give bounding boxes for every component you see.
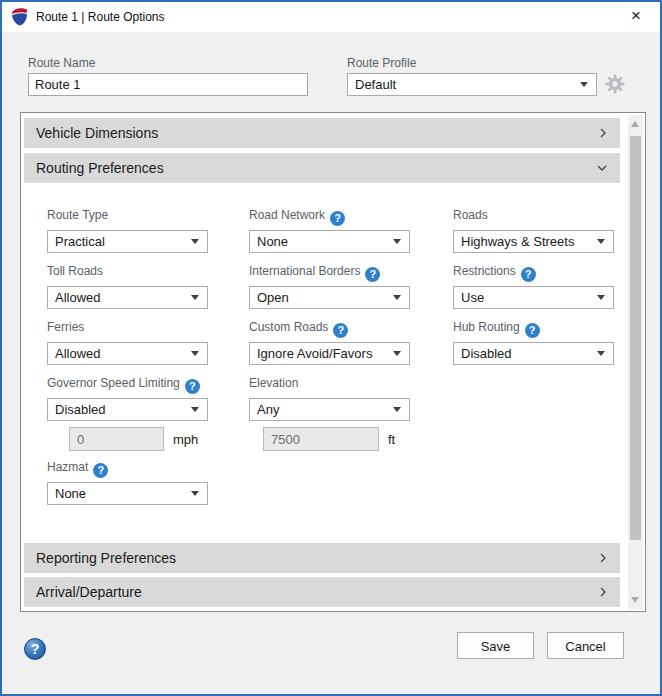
field-international-borders: International Borders? Open [249, 264, 410, 309]
governor-speed-limiting-label: Governor Speed Limiting [47, 376, 180, 390]
toll-roads-value: Allowed [55, 290, 101, 305]
field-ferries: Ferries Allowed [47, 320, 208, 365]
field-restrictions: Restrictions? Use [453, 264, 614, 309]
help-icon[interactable]: ? [330, 211, 345, 226]
dropdown-arrow-icon [191, 239, 199, 244]
dropdown-arrow-icon [393, 295, 401, 300]
dropdown-arrow-icon [393, 407, 401, 412]
custom-roads-label: Custom Roads [249, 320, 328, 334]
dropdown-arrow-icon [597, 351, 605, 356]
chevron-right-icon [598, 586, 608, 598]
chevron-right-icon [598, 127, 608, 139]
scrollbar[interactable] [628, 115, 643, 609]
road-network-label: Road Network [249, 208, 325, 222]
field-road-network: Road Network? None [249, 208, 410, 253]
restrictions-label: Restrictions [453, 264, 516, 278]
hub-routing-value: Disabled [461, 346, 512, 361]
dropdown-arrow-icon [191, 407, 199, 412]
governor-speed-limiting-value: Disabled [55, 402, 106, 417]
field-toll-roads: Toll Roads Allowed [47, 264, 208, 309]
section-arrival-departure[interactable]: Arrival/Departure [24, 577, 620, 607]
help-icon[interactable]: ? [525, 323, 540, 338]
elevation-value: Any [257, 402, 279, 417]
help-icon[interactable]: ? [521, 267, 536, 282]
section-routing-preferences[interactable]: Routing Preferences [24, 153, 620, 183]
field-elevation: Elevation Any ft [249, 376, 429, 451]
route-profile-value: Default [355, 77, 396, 92]
road-network-value: None [257, 234, 288, 249]
international-borders-select[interactable]: Open [249, 286, 410, 309]
app-shield-icon [10, 7, 30, 27]
chevron-right-icon [598, 552, 608, 564]
roads-value: Highways & Streets [461, 234, 574, 249]
dropdown-arrow-icon [191, 351, 199, 356]
section-label: Reporting Preferences [36, 550, 176, 566]
elevation-unit-label: ft [388, 432, 395, 447]
ferries-value: Allowed [55, 346, 101, 361]
field-route-type: Route Type Practical [47, 208, 208, 253]
section-reporting-preferences[interactable]: Reporting Preferences [24, 543, 620, 573]
help-icon[interactable]: ? [93, 463, 108, 478]
road-network-select[interactable]: None [249, 230, 410, 253]
scroll-down-icon[interactable] [628, 592, 643, 607]
window-title: Route 1 | Route Options [36, 2, 165, 32]
toll-roads-select[interactable]: Allowed [47, 286, 208, 309]
dropdown-arrow-icon [191, 295, 199, 300]
save-button[interactable]: Save [457, 632, 534, 659]
field-custom-roads: Custom Roads? Ignore Avoid/Favors [249, 320, 410, 365]
dropdown-arrow-icon [597, 239, 605, 244]
hub-routing-label: Hub Routing [453, 320, 520, 334]
scroll-up-icon[interactable] [628, 117, 643, 132]
help-icon[interactable]: ? [185, 379, 200, 394]
route-type-value: Practical [55, 234, 105, 249]
international-borders-value: Open [257, 290, 289, 305]
dropdown-arrow-icon [580, 82, 588, 87]
restrictions-value: Use [461, 290, 484, 305]
dialog-help-icon[interactable]: ? [24, 638, 46, 660]
route-name-label: Route Name [28, 56, 95, 70]
field-roads: Roads Highways & Streets [453, 208, 614, 253]
section-label: Routing Preferences [36, 160, 164, 176]
dropdown-arrow-icon [191, 491, 199, 496]
section-label: Vehicle Dimensions [36, 125, 158, 141]
roads-label: Roads [453, 208, 488, 222]
route-type-select[interactable]: Practical [47, 230, 208, 253]
cancel-button[interactable]: Cancel [547, 632, 624, 659]
section-vehicle-dimensions[interactable]: Vehicle Dimensions [24, 118, 620, 148]
international-borders-label: International Borders [249, 264, 360, 278]
route-profile-label: Route Profile [347, 56, 416, 70]
field-hazmat: Hazmat? None [47, 460, 208, 505]
profile-settings-gear-icon[interactable] [603, 72, 627, 96]
route-type-label: Route Type [47, 208, 108, 222]
toll-roads-label: Toll Roads [47, 264, 103, 278]
speed-unit-label: mph [173, 432, 198, 447]
restrictions-select[interactable]: Use [453, 286, 614, 309]
scrollbar-thumb[interactable] [630, 136, 641, 540]
route-options-dialog: Route 1 | Route Options × Route Name Rou… [0, 0, 662, 696]
close-icon[interactable]: × [622, 2, 650, 30]
hub-routing-select[interactable]: Disabled [453, 342, 614, 365]
governor-speed-limiting-select[interactable]: Disabled [47, 398, 208, 421]
chevron-down-icon [596, 163, 608, 173]
ferries-label: Ferries [47, 320, 84, 334]
field-governor-speed-limiting: Governor Speed Limiting? Disabled mph [47, 376, 227, 451]
elevation-label: Elevation [249, 376, 298, 390]
options-panel: Vehicle Dimensions Routing Preferences R… [20, 112, 646, 612]
hazmat-value: None [55, 486, 86, 501]
elevation-limit-input [263, 427, 379, 451]
ferries-select[interactable]: Allowed [47, 342, 208, 365]
help-icon[interactable]: ? [365, 267, 380, 282]
section-label: Arrival/Departure [36, 584, 142, 600]
elevation-select[interactable]: Any [249, 398, 410, 421]
field-hub-routing: Hub Routing? Disabled [453, 320, 614, 365]
titlebar: Route 1 | Route Options × [2, 2, 660, 32]
help-icon[interactable]: ? [333, 323, 348, 338]
dropdown-arrow-icon [393, 351, 401, 356]
route-profile-select[interactable]: Default [347, 73, 597, 96]
route-name-input[interactable] [28, 73, 308, 96]
roads-select[interactable]: Highways & Streets [453, 230, 614, 253]
custom-roads-select[interactable]: Ignore Avoid/Favors [249, 342, 410, 365]
dropdown-arrow-icon [597, 295, 605, 300]
hazmat-select[interactable]: None [47, 482, 208, 505]
governor-speed-input [69, 427, 164, 451]
